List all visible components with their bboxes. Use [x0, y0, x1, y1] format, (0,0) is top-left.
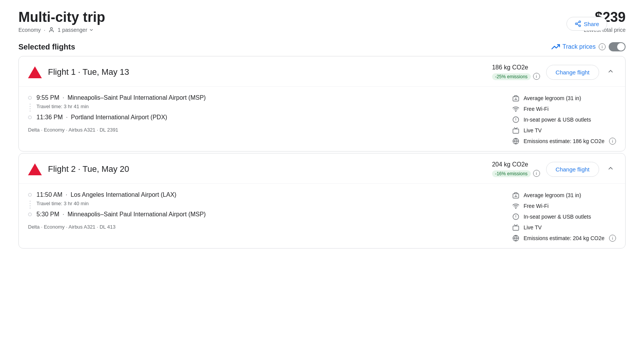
amenity-label-2-1: Average legroom (31 in) [523, 192, 581, 198]
track-prices-label: Track prices [562, 43, 596, 50]
change-flight-button-1[interactable]: Change flight [546, 65, 599, 80]
delta-triangle-icon [28, 66, 42, 78]
wifi-icon [512, 105, 520, 113]
collapse-button-2[interactable] [605, 163, 616, 176]
trending-up-icon [552, 43, 560, 51]
track-prices-toggle[interactable] [609, 42, 626, 51]
seat-icon [512, 191, 520, 199]
arrival-airport-2: Minneapolis–Saint Paul International Air… [68, 211, 206, 217]
flight-2-header: Flight 2 · Tue, May 20 204 kg CO2e -16% … [19, 153, 625, 184]
emissions-estimate-info-icon-2[interactable]: i [609, 235, 616, 242]
amenity-label-1-4: Live TV [523, 127, 542, 133]
share-button-label: Share [584, 21, 599, 27]
page-title: Multi-city trip [18, 9, 105, 25]
delta-triangle-icon [28, 163, 42, 175]
flight-card-2: Flight 2 · Tue, May 20 204 kg CO2e -16% … [18, 153, 626, 249]
route-line-2 [28, 200, 32, 209]
amenity-1-3: In-seat power & USB outlets [512, 116, 616, 124]
chevron-down-icon [89, 27, 94, 33]
chevron-up-icon [607, 165, 614, 172]
change-flight-button-2[interactable]: Change flight [546, 162, 599, 177]
svg-line-4 [577, 22, 579, 23]
passenger-selector[interactable]: 1 passenger [58, 27, 94, 33]
flight-1-route: 9:55 PM · Minneapolis–Saint Paul Interna… [28, 94, 500, 145]
track-prices-button[interactable]: Track prices [552, 43, 596, 51]
passenger-count: 1 passenger [58, 27, 87, 33]
co2-value-1: 186 kg CO2e [492, 64, 540, 71]
flight-1-title: Flight 1 · Tue, May 13 [48, 67, 129, 77]
amenity-2-3: In-seat power & USB outlets [512, 213, 616, 221]
person-icon [48, 27, 54, 33]
amenities-1: Average legroom (31 in) Free Wi-Fi In-se… [512, 94, 616, 145]
share-button[interactable]: Share [566, 17, 607, 31]
emissions-block-2: 204 kg CO2e -16% emissions i [492, 161, 540, 177]
globe-icon [512, 234, 520, 242]
amenity-label-1-3: In-seat power & USB outlets [523, 117, 591, 123]
sub-header: Economy · 1 passenger Lowest total price [18, 27, 626, 33]
flight-meta-1: Delta · Economy · Airbus A321 · DL 2391 [28, 127, 500, 133]
emissions-info-icon-1[interactable]: i [533, 73, 540, 80]
amenity-label-1-1: Average legroom (31 in) [523, 95, 581, 101]
amenity-2-5: Emissions estimate: 204 kg CO2e i [512, 234, 616, 242]
arrival-time-2: 5:30 PM [36, 211, 59, 217]
emissions-estimate-info-icon-1[interactable]: i [609, 138, 616, 145]
svg-point-5 [51, 28, 53, 30]
tv-icon [512, 224, 520, 231]
svg-point-9 [515, 111, 516, 112]
amenity-label-1-2: Free Wi-Fi [523, 106, 548, 112]
amenity-label-2-2: Free Wi-Fi [523, 203, 548, 209]
amenity-1-4: Live TV [512, 127, 616, 134]
amenities-2: Average legroom (31 in) Free Wi-Fi In-se… [512, 191, 616, 242]
flight-1-body: 9:55 PM · Minneapolis–Saint Paul Interna… [19, 87, 625, 151]
route-connector-2: Travel time: 3 hr 40 min [28, 200, 500, 209]
arrival-dot-1 [28, 115, 32, 119]
section-header: Selected flights Track prices i [18, 42, 626, 51]
collapse-button-1[interactable] [605, 66, 616, 79]
amenity-1-1: Average legroom (31 in) [512, 94, 616, 102]
departure-time-1: 9:55 PM [36, 94, 59, 101]
track-prices-info-icon[interactable]: i [599, 43, 606, 50]
emissions-badge-2: -16% emissions [492, 170, 531, 177]
tv-icon [512, 127, 520, 134]
amenity-1-5: Emissions estimate: 186 kg CO2e i [512, 137, 616, 145]
flight-meta-2: Delta · Economy · Airbus A321 · DL 413 [28, 224, 500, 230]
departure-dot-1 [28, 96, 32, 100]
route-line-1 [28, 103, 32, 112]
departure-point-2: 11:50 AM · Los Angeles International Air… [28, 191, 500, 198]
svg-line-3 [577, 24, 579, 25]
airline-logo-1 [28, 65, 42, 79]
airline-logo-2 [28, 162, 42, 176]
emissions-info-icon-2[interactable]: i [533, 170, 540, 177]
globe-icon [512, 137, 520, 145]
arrival-airport-1: Portland International Airport (PDX) [71, 114, 167, 120]
departure-time-2: 11:50 AM [36, 191, 63, 198]
departure-dot-2 [28, 193, 32, 197]
travel-time-1: Travel time: 3 hr 41 min [36, 103, 89, 110]
emissions-block-1: 186 kg CO2e -25% emissions i [492, 64, 540, 80]
svg-rect-23 [513, 226, 519, 230]
flight-1-header: Flight 1 · Tue, May 13 186 kg CO2e -25% … [19, 56, 625, 87]
svg-rect-13 [513, 129, 519, 133]
seat-icon [512, 94, 520, 102]
page-header: Multi-city trip $239 [18, 9, 626, 25]
section-title: Selected flights [18, 43, 75, 51]
wifi-icon [512, 202, 520, 210]
co2-value-2: 204 kg CO2e [492, 161, 540, 168]
departure-point-1: 9:55 PM · Minneapolis–Saint Paul Interna… [28, 94, 500, 101]
svg-point-19 [515, 208, 516, 209]
amenity-1-2: Free Wi-Fi [512, 105, 616, 113]
departure-airport-2: Los Angeles International Airport (LAX) [71, 191, 177, 198]
amenity-label-2-5: Emissions estimate: 204 kg CO2e [523, 235, 604, 241]
trip-class: Economy [18, 27, 41, 33]
flight-2-title: Flight 2 · Tue, May 20 [48, 164, 129, 174]
arrival-time-1: 11:36 PM [36, 114, 63, 120]
amenity-2-2: Free Wi-Fi [512, 202, 616, 210]
amenity-label-1-5: Emissions estimate: 186 kg CO2e [523, 138, 604, 144]
flight-2-body: 11:50 AM · Los Angeles International Air… [19, 184, 625, 248]
arrival-point-1: 11:36 PM · Portland International Airpor… [28, 114, 500, 121]
flights-list: Flight 1 · Tue, May 13 186 kg CO2e -25% … [18, 56, 626, 249]
share-icon [575, 20, 581, 27]
amenity-2-4: Live TV [512, 224, 616, 231]
route-connector-1: Travel time: 3 hr 41 min [28, 103, 500, 112]
chevron-up-icon [607, 68, 614, 75]
